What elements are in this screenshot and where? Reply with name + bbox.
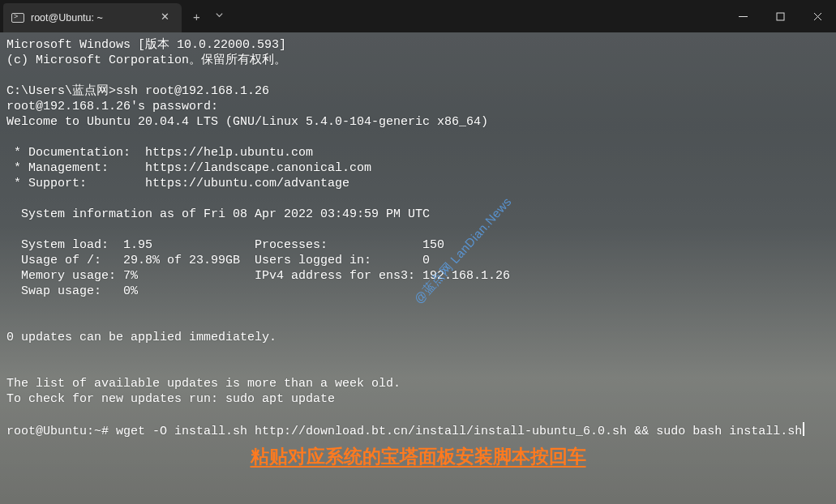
tab-controls: + [182,0,224,32]
terminal-line: The list of available updates is more th… [6,377,401,391]
terminal-line: * Management: https://landscape.canonica… [6,161,371,175]
close-tab-button[interactable]: ✕ [157,11,172,25]
terminal-line: (c) Microsoft Corporation。保留所有权利。 [6,53,286,67]
terminal-command: root@Ubuntu:~# wget -O install.sh http:/… [6,425,802,438]
terminal-line: root@192.168.1.26's password: [6,100,218,113]
terminal-icon [11,13,24,23]
terminal-line: C:\Users\蓝点网>ssh root@192.168.1.26 [6,84,269,98]
new-tab-button[interactable]: + [193,10,200,23]
svg-rect-1 [777,13,784,20]
terminal-line: Swap usage: 0% [6,284,138,298]
window-controls [724,0,836,32]
maximize-button[interactable] [761,0,799,32]
terminal-line: 0 updates can be applied immediately. [6,331,277,344]
terminal-line: * Support: https://ubuntu.com/advantage [6,177,349,190]
terminal-tab[interactable]: root@Ubuntu: ~ ✕ [3,3,182,32]
terminal-output: Microsoft Windows [版本 10.0.22000.593] (c… [6,37,830,439]
terminal-line: * Documentation: https://help.ubuntu.com [6,146,313,160]
terminal-prompt-line: root@Ubuntu:~# wget -O install.sh http:/… [6,425,804,438]
terminal-line: Memory usage: 7% IPv4 address for ens3: … [6,269,510,283]
tab-title: root@Ubuntu: ~ [31,12,151,23]
terminal-window: root@Ubuntu: ~ ✕ + Microsoft Windows [版本… [0,0,836,504]
minimize-button[interactable] [724,0,761,32]
titlebar: root@Ubuntu: ~ ✕ + [0,0,836,32]
terminal-line: System information as of Fri 08 Apr 2022… [6,207,430,221]
terminal-line: To check for new updates run: sudo apt u… [6,392,335,406]
tab-dropdown-button[interactable] [215,11,224,22]
terminal-line: Welcome to Ubuntu 20.04.4 LTS (GNU/Linux… [6,115,488,129]
cursor-icon [803,422,804,436]
terminal-line: Microsoft Windows [版本 10.0.22000.593] [6,38,286,52]
terminal-viewport[interactable]: Microsoft Windows [版本 10.0.22000.593] (c… [0,32,836,504]
close-window-button[interactable] [799,0,836,32]
terminal-line: System load: 1.95 Processes: 150 [6,238,444,252]
terminal-line: Usage of /: 29.8% of 23.99GB Users logge… [6,254,430,267]
